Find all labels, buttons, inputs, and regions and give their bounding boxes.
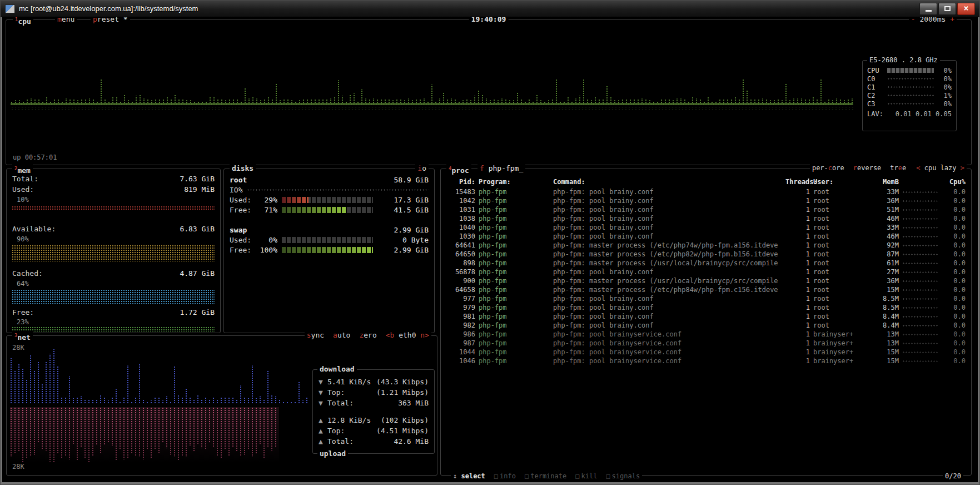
proc-option-undefinedcore[interactable]: per-core — [812, 164, 844, 172]
lav-label: LAV: — [867, 110, 883, 118]
preset-label: reset * — [97, 17, 128, 23]
disk-io-label: IO% — [230, 186, 242, 194]
interval-minus[interactable]: - — [911, 17, 916, 23]
close-button[interactable]: × — [957, 3, 975, 15]
mem-available-graph — [12, 245, 215, 261]
net-mode-zero[interactable]: zero — [359, 331, 376, 339]
net-box-title[interactable]: 3net — [12, 331, 33, 342]
process-row[interactable]: 979php-fpmphp-fpm: pool brainy.conf1root… — [441, 303, 971, 312]
filter-input[interactable]: php-fpm_ — [489, 164, 524, 172]
col-command[interactable]: Command: — [553, 178, 782, 186]
minimize-button[interactable] — [919, 3, 937, 15]
mem-used-graph — [12, 206, 215, 210]
footer-kill-button[interactable]: □kill — [575, 472, 597, 480]
maximize-button[interactable] — [938, 3, 956, 15]
preset-button[interactable]: preset * — [91, 17, 130, 24]
process-row[interactable]: 982php-fpmphp-fpm: pool brainy.conf1root… — [441, 321, 971, 330]
sort-next[interactable]: > — [961, 164, 964, 172]
nic-next[interactable]: n> — [420, 331, 429, 339]
process-row[interactable]: 64641php-fpmphp-fpm: master process (/et… — [441, 241, 971, 250]
cell-pid: 64641 — [446, 241, 475, 249]
mc-app-icon — [5, 4, 15, 13]
maximize-icon — [944, 6, 951, 11]
title-bar[interactable]: mc [root@ub24.itdeveloper.com.ua]:/lib/s… — [1, 1, 979, 17]
cell-mem: 36M — [870, 197, 899, 205]
cstate-graph — [887, 77, 934, 80]
swap-row: swap2.99 GiB — [230, 225, 429, 235]
menu-button[interactable]: menu — [55, 17, 77, 24]
select-control[interactable]: ↕ select — [453, 472, 485, 480]
cell-mem: 46M — [870, 232, 899, 240]
process-row[interactable]: 1040php-fpmphp-fpm: pool brainy.conf1roo… — [441, 223, 971, 232]
net-mode-sync[interactable]: sync — [307, 331, 324, 339]
process-row[interactable]: 1030php-fpmphp-fpm: pool brainy.conf1roo… — [441, 232, 971, 241]
mem-available-percent: 90% — [12, 235, 29, 243]
footer-info-button[interactable]: □info — [494, 472, 516, 480]
disk-used-percent: 29% — [257, 196, 277, 204]
cell-mem: 61M — [870, 259, 899, 267]
cell-cpu: 0.0 — [941, 348, 966, 356]
process-row[interactable]: 15483php-fpmphp-fpm: pool brainy.conf1ro… — [441, 187, 971, 196]
cell-mem: 87M — [870, 250, 899, 258]
nic-switcher[interactable]: <b eth0 n> — [386, 331, 429, 339]
proc-options: per-corereversetree < cpu lazy > — [810, 164, 967, 172]
interval-plus[interactable]: + — [950, 17, 954, 23]
cell-command: php-fpm: master process (/etc/php82w/php… — [553, 250, 782, 258]
process-row[interactable]: 898php-fpmphp-fpm: master process (/usr/… — [441, 259, 971, 268]
col-mem[interactable]: MemB — [870, 178, 899, 186]
process-table: 15483php-fpmphp-fpm: pool brainy.conf1ro… — [441, 187, 971, 365]
cell-mem: 13M — [870, 330, 899, 338]
process-row[interactable]: 900php-fpmphp-fpm: master process (/usr/… — [441, 276, 971, 285]
cell-cpu: 0.0 — [941, 357, 966, 365]
process-row[interactable]: 1038php-fpmphp-fpm: pool brainy.conf1roo… — [441, 214, 971, 223]
cell-threads: 1 — [785, 357, 810, 365]
cell-command: php-fpm: pool brainy.conf — [553, 268, 782, 276]
cell-command: php-fpm: pool brainy.conf — [553, 224, 782, 231]
nic-prev[interactable]: <b — [386, 331, 395, 339]
process-row[interactable]: 1031php-fpmphp-fpm: pool brainy.conf1roo… — [441, 205, 971, 214]
cell-mem: 15M — [870, 357, 899, 365]
process-row[interactable]: 64658php-fpmphp-fpm: master process (/et… — [441, 285, 971, 294]
cell-threads: 1 — [785, 268, 810, 276]
col-program[interactable]: Program: — [479, 178, 550, 186]
footer-signals-button[interactable]: □signals — [606, 472, 640, 480]
net-mode-auto[interactable]: auto — [333, 331, 350, 339]
mem-free-graph — [12, 326, 215, 332]
process-cpu-graph — [902, 280, 938, 283]
process-row[interactable]: 64650php-fpmphp-fpm: master process (/et… — [441, 250, 971, 259]
process-row[interactable]: 1044php-fpmphp-fpm: pool brainyservice.c… — [441, 348, 971, 357]
up-arrow-icon: ▲ — [319, 427, 327, 435]
footer-terminate-button[interactable]: □terminate — [525, 472, 566, 480]
io-toggle[interactable]: io — [415, 164, 429, 173]
download-graph — [10, 346, 310, 404]
proc-box: 4proc f php-fpm_ per-corereversetree < c… — [440, 169, 972, 476]
cell-cpu: 0.0 — [941, 268, 966, 276]
col-threads[interactable]: Threads: — [785, 178, 810, 186]
proc-box-label: proc — [451, 166, 469, 175]
process-row[interactable]: 986php-fpmphp-fpm: pool brainyservice.co… — [441, 330, 971, 339]
process-row[interactable]: 1042php-fpmphp-fpm: pool brainy.conf1roo… — [441, 196, 971, 205]
cell-pid: 1038 — [446, 215, 475, 222]
menu-label: enu — [62, 17, 74, 23]
process-row[interactable]: 56878php-fpmphp-fpm: pool brainy.conf1ro… — [441, 268, 971, 276]
cell-mem: 8.5M — [870, 304, 899, 311]
process-row[interactable]: 977php-fpmphp-fpm: pool brainy.conf1root… — [441, 294, 971, 303]
cell-threads: 1 — [785, 348, 810, 356]
process-row[interactable]: 987php-fpmphp-fpm: pool brainyservice.co… — [441, 339, 971, 348]
cpu-box-title[interactable]: 1cpu — [13, 17, 33, 26]
proc-box-title[interactable]: 4proc — [446, 164, 471, 175]
cell-command: php-fpm: pool brainyservice.conf — [553, 357, 782, 365]
cpu-box-label: cpu — [18, 17, 31, 26]
swap-used-meter — [282, 237, 373, 243]
sort-control[interactable]: < cpu lazy > — [916, 164, 964, 172]
process-row[interactable]: 981php-fpmphp-fpm: pool brainy.conf1root… — [441, 312, 971, 321]
cell-cpu: 0.0 — [941, 232, 966, 240]
col-user[interactable]: User: — [813, 178, 867, 186]
process-filter[interactable]: f php-fpm_ — [477, 164, 525, 173]
proc-option-undefinedee[interactable]: tree — [890, 164, 906, 172]
sort-prev[interactable]: < — [916, 164, 920, 172]
col-pid[interactable]: Pid: — [446, 178, 475, 186]
process-row[interactable]: 1046php-fpmphp-fpm: pool brainyservice.c… — [441, 357, 971, 365]
proc-option-undefinedreverse[interactable]: reverse — [853, 164, 882, 172]
col-cpu[interactable]: Cpu% — [941, 178, 966, 186]
